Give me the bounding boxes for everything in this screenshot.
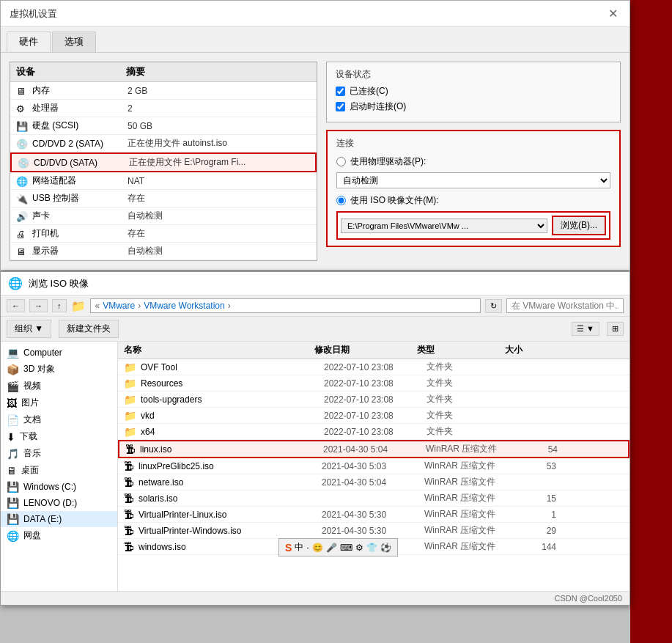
file-row-linuxpreglibc[interactable]: 🗜 linuxPreGlibc25.iso 2021-04-30 5:03 Wi… [118,458,629,474]
device-row-memory[interactable]: 🖥 内存 2 GB [10,82,317,100]
ime-extra1-icon[interactable]: 👕 [366,543,377,553]
device-status-group: 设备状态 已连接(C) 启动时连接(O) [326,62,621,122]
right-background [630,0,672,643]
device-row-usb[interactable]: 🔌 USB 控制器 存在 [10,190,317,207]
device-table-header: 设备 摘要 [10,62,317,82]
device-summary-cddvd2: 正在使用文件 autoinst.iso [128,137,311,150]
ime-emoji-icon[interactable]: 😊 [312,543,323,553]
sidebar-item-netdisk[interactable]: 🌐 网盘 [1,527,117,544]
physical-drive-radio[interactable] [336,157,346,166]
sidebar-item-drive-c[interactable]: 💾 Windows (C:) [1,479,117,495]
device-name-sound: 声卡 [32,210,128,222]
device-status-title: 设备状态 [336,68,611,81]
file-name-vprinter-windows: VirtualPrinter-Windows.iso [139,526,322,536]
tab-hardware[interactable]: 硬件 [7,32,51,52]
device-summary-usb: 存在 [128,192,311,205]
connection-title: 连接 [336,137,610,150]
file-row-x64[interactable]: 📁 x64 2022-07-10 23:08 文件夹 [118,424,629,440]
device-summary-cpu: 2 [128,103,311,114]
sidebar-item-documents[interactable]: 📄 文档 [1,411,117,428]
connected-checkbox[interactable] [336,87,345,96]
fb-refresh-button[interactable]: ↻ [485,299,502,313]
ime-extra2-icon[interactable]: ⚽ [380,543,391,553]
view-button[interactable]: ☰ ▼ [572,322,599,336]
ime-settings-icon[interactable]: ⚙ [355,543,363,553]
fb-forward-button[interactable]: → [29,299,48,312]
sidebar-item-desktop[interactable]: 🖥 桌面 [1,462,117,479]
sidebar-item-computer[interactable]: 💻 Computer [1,345,117,361]
device-row-cddvd2[interactable]: 💿 CD/DVD 2 (SATA) 正在使用文件 autoinst.iso [10,135,317,153]
device-row-sound[interactable]: 🔊 声卡 自动检测 [10,207,317,225]
ime-keyboard-icon[interactable]: ⌨ [340,543,352,553]
physical-drive-label: 使用物理驱动器(P): [350,155,426,168]
sidebar-item-video[interactable]: 🎬 视频 [1,378,117,394]
file-row-vprinter-windows[interactable]: 🗜 VirtualPrinter-Windows.iso 2021-04-30 … [118,523,629,539]
vm-dialog-title: 虚拟机设置 [10,7,57,21]
cddvd2-icon: 💿 [16,139,29,149]
file-date-ovftool: 2022-07-10 23:08 [324,362,427,372]
ime-mic-icon[interactable]: 🎤 [326,543,337,553]
file-row-vkd[interactable]: 📁 vkd 2022-07-10 23:08 文件夹 [118,408,629,424]
auto-detect-select[interactable]: 自动检测 [336,172,610,188]
sidebar-label-pictures: 图片 [21,397,39,409]
fb-up-button[interactable]: ↑ [52,299,67,312]
drive-c-sidebar-icon: 💾 [7,481,19,493]
sidebar-label-downloads: 下载 [20,430,37,443]
file-name-solaris: solaris.iso [139,493,322,504]
ime-zh-icon[interactable]: 中 [295,541,303,554]
file-row-tools[interactable]: 📁 tools-upgraders 2022-07-10 23:08 文件夹 [118,392,629,408]
tab-options[interactable]: 选项 [52,32,96,52]
sidebar-item-pictures[interactable]: 🖼 图片 [1,394,117,411]
file-row-linux-iso[interactable]: 🗜 linux.iso 2021-04-30 5:04 WinRAR 压缩文件 … [118,440,629,458]
file-row-ovftool[interactable]: 📁 OVF Tool 2022-07-10 23:08 文件夹 [118,359,629,375]
usb-icon: 🔌 [16,194,29,204]
file-type-windows-iso: WinRAR 压缩文件 [424,540,512,553]
sidebar-item-music[interactable]: 🎵 音乐 [1,445,117,462]
new-folder-button[interactable]: 新建文件夹 [59,320,119,338]
file-name-x64: x64 [141,427,324,437]
file-name-tools: tools-upgraders [141,394,324,405]
file-row-resources[interactable]: 📁 Resources 2022-07-10 23:08 文件夹 [118,375,629,392]
file-row-netware[interactable]: 🗜 netware.iso 2021-04-30 5:04 WinRAR 压缩文… [118,474,629,490]
connect-on-power-checkbox-row: 启动时连接(O) [336,100,611,113]
file-row-vprinter-linux[interactable]: 🗜 VirtualPrinter-Linux.iso 2021-04-30 5:… [118,507,629,523]
archive-linux-icon: 🗜 [125,444,136,455]
folder-vkd-icon: 📁 [124,410,136,422]
vm-close-button[interactable]: ✕ [605,7,621,21]
sidebar-item-3d[interactable]: 📦 3D 对象 [1,361,117,378]
sidebar-item-drive-d[interactable]: 💾 LENOVO (D:) [1,495,117,511]
path-segment-workstation[interactable]: VMware Workstation [144,301,224,311]
computer-sidebar-icon: 💻 [7,347,19,359]
music-sidebar-icon: 🎵 [7,448,19,460]
device-row-hdd[interactable]: 💾 硬盘 (SCSI) 50 GB [10,117,317,135]
downloads-sidebar-icon: ⬇ [7,431,15,443]
file-date-x64: 2022-07-10 23:08 [324,427,427,437]
iso-radio[interactable] [336,196,346,205]
fb-back-button[interactable]: ← [7,299,25,312]
archive-solaris-icon: 🗜 [124,493,134,504]
folder-resources-icon: 📁 [124,378,136,389]
device-row-cpu[interactable]: ⚙ 处理器 2 [10,100,317,117]
view-extra-button[interactable]: ⊞ [607,322,624,336]
cddvd-icon: 💿 [18,158,31,168]
device-row-printer[interactable]: 🖨 打印机 存在 [10,225,317,243]
file-type-vkd: 文件夹 [427,409,514,422]
sidebar-item-downloads[interactable]: ⬇ 下载 [1,428,117,445]
drive-d-sidebar-icon: 💾 [7,497,19,509]
device-row-display[interactable]: 🖥 显示器 自动检测 [10,243,317,260]
device-row-nic[interactable]: 🌐 网络适配器 NAT [10,172,317,190]
device-summary-printer: 存在 [128,227,311,240]
file-date-vkd: 2022-07-10 23:08 [324,411,427,421]
sidebar-item-drive-e[interactable]: 💾 DATA (E:) [1,511,117,527]
organize-button[interactable]: 组织 ▼ [7,320,51,338]
device-row-cddvd[interactable]: 💿 CD/DVD (SATA) 正在使用文件 E:\Program Fi... [10,153,317,172]
file-date-linux-iso: 2021-04-30 5:04 [323,444,426,455]
connect-on-power-checkbox[interactable] [336,102,345,111]
file-row-solaris[interactable]: 🗜 solaris.iso WinRAR 压缩文件 15 [118,490,629,507]
browse-button[interactable]: 浏览(B)... [552,216,606,235]
device-summary-memory: 2 GB [128,86,311,96]
fb-search-input[interactable] [506,298,624,313]
iso-path-select[interactable]: E:\Program Files\VMware\VMw ... [341,218,547,233]
tabs-bar: 硬件 选项 [1,27,629,53]
path-segment-vmware[interactable]: VMware [103,301,135,311]
